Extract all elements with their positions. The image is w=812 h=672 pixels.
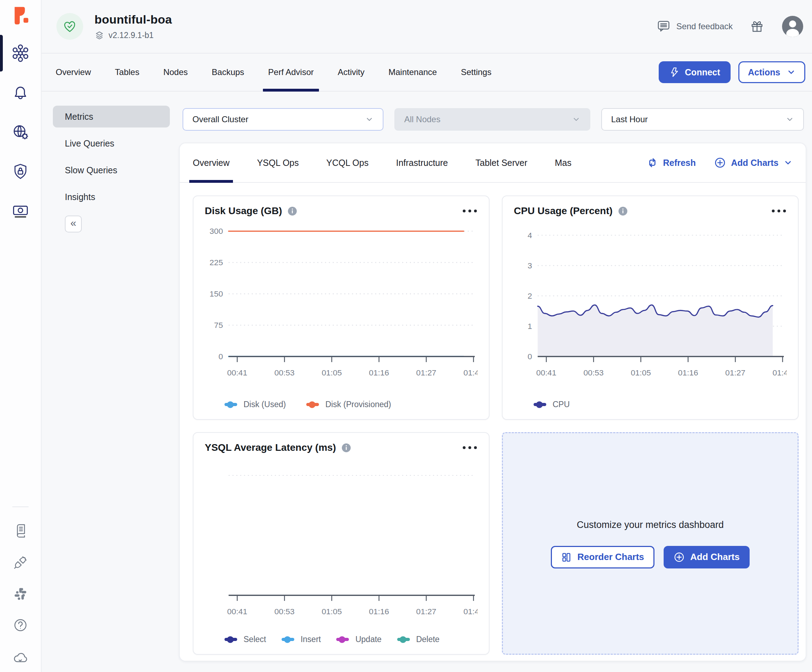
connect-button[interactable]: Connect [659, 61, 730, 83]
subnav-item-metrics[interactable]: Metrics [53, 105, 170, 128]
actions-button[interactable]: Actions [739, 61, 805, 83]
svg-text:01:27: 01:27 [416, 368, 436, 377]
add-charts-button[interactable]: Add Charts [664, 546, 750, 568]
cpu-usage-chart: 0123400:4100:5301:0501:1601:2701:41 [514, 219, 786, 381]
slack-icon[interactable] [13, 586, 28, 602]
chevron-down-icon [572, 115, 580, 124]
tab-overview[interactable]: Overview [55, 54, 92, 91]
metrics-tab-ycql-ops[interactable]: YCQL Ops [326, 143, 368, 182]
legend-item: CPU [534, 400, 570, 409]
actions-label: Actions [748, 67, 780, 78]
user-avatar[interactable] [781, 15, 804, 38]
shield-lock-icon [11, 162, 30, 181]
chart-title: Disk Usage (GB) [205, 205, 282, 217]
tab-backups[interactable]: Backups [211, 54, 245, 91]
chart-card-ysql-latency: YSQL Average Latency (ms) 00:4100:5301:0… [193, 432, 490, 655]
ysql-latency-chart: 00:4100:5301:0501:1601:2701:41 [205, 455, 478, 619]
bell-icon [11, 83, 30, 102]
clusters-icon [11, 44, 30, 63]
reorder-grid-icon [561, 552, 571, 563]
cluster-scope-value: Overall Cluster [193, 114, 249, 124]
rail-item-alerts[interactable] [0, 83, 41, 102]
legend-item: Select [225, 635, 266, 644]
svg-text:01:16: 01:16 [369, 607, 389, 616]
chart-menu-button[interactable] [771, 208, 786, 214]
collapse-sidebar-button[interactable]: « [65, 216, 82, 233]
metrics-tab-ysql-ops[interactable]: YSQL Ops [257, 143, 299, 182]
cluster-nav: Overview Tables Nodes Backups Perf Advis… [42, 54, 812, 92]
subnav-item-insights[interactable]: Insights [53, 186, 170, 208]
tab-maintenance[interactable]: Maintenance [387, 54, 438, 91]
add-charts-dropdown-button[interactable]: Add Charts [714, 157, 793, 169]
rail-item-billing[interactable] [0, 201, 41, 221]
svg-text:00:41: 00:41 [227, 368, 247, 377]
metrics-panel: Overview YSQL Ops YCQL Ops Infrastructur… [179, 143, 806, 662]
metrics-tab-master[interactable]: Mas [555, 143, 571, 182]
gift-icon[interactable] [750, 19, 764, 34]
reorder-charts-button[interactable]: Reorder Charts [551, 546, 654, 568]
svg-text:150: 150 [210, 289, 223, 298]
svg-text:00:53: 00:53 [583, 368, 604, 377]
chart-card-disk-usage: Disk Usage (GB) 07515022530000:4100:5301… [193, 196, 490, 420]
tab-tables[interactable]: Tables [114, 54, 140, 91]
svg-text:75: 75 [214, 320, 223, 330]
integrations-plug-icon[interactable] [12, 555, 29, 571]
chart-menu-button[interactable] [462, 208, 478, 214]
help-icon[interactable] [12, 617, 29, 633]
yugabytedb-logo-icon[interactable] [10, 5, 31, 27]
cloud-status-icon[interactable] [12, 649, 29, 666]
svg-text:2: 2 [527, 291, 532, 300]
docs-icon[interactable] [12, 523, 29, 539]
time-range-select[interactable]: Last Hour [601, 108, 804, 131]
info-icon[interactable] [618, 206, 628, 216]
legend-item: Disk (Provisioned) [306, 400, 391, 409]
lightning-icon [669, 67, 680, 78]
refresh-icon [647, 157, 658, 168]
perf-advisor-subnav: Metrics Live Queries Slow Queries Insigh… [53, 105, 170, 233]
metrics-tab-tablet-server[interactable]: Tablet Server [476, 143, 527, 182]
refresh-label: Refresh [663, 158, 696, 168]
add-charts-label: Add Charts [731, 158, 778, 168]
tab-perf-advisor[interactable]: Perf Advisor [267, 54, 315, 91]
tab-nodes[interactable]: Nodes [162, 54, 189, 91]
svg-text:00:53: 00:53 [275, 368, 295, 377]
rail-item-clusters[interactable] [0, 44, 41, 63]
svg-text:00:41: 00:41 [227, 607, 247, 616]
svg-text:3: 3 [527, 261, 532, 270]
cluster-health-badge [56, 13, 83, 40]
node-scope-select: All Nodes [394, 108, 590, 131]
page-header: bountiful-boa v2.12.9.1-b1 [42, 0, 812, 54]
subnav-item-live-queries[interactable]: Live Queries [53, 133, 170, 154]
svg-text:1: 1 [527, 322, 532, 331]
svg-text:01:05: 01:05 [322, 607, 342, 616]
rail-item-security[interactable] [0, 162, 41, 181]
metrics-tab-infrastructure[interactable]: Infrastructure [396, 143, 448, 182]
send-feedback-label: Send feedback [676, 22, 733, 31]
disk-usage-chart: 07515022530000:4100:5301:0501:1601:2701:… [205, 219, 478, 381]
send-feedback-button[interactable]: Send feedback [657, 19, 733, 34]
info-icon[interactable] [288, 206, 297, 216]
svg-text:01:41: 01:41 [464, 368, 478, 377]
tab-settings[interactable]: Settings [460, 54, 493, 91]
svg-text:01:41: 01:41 [464, 607, 478, 616]
cluster-scope-select[interactable]: Overall Cluster [183, 108, 384, 131]
svg-text:01:05: 01:05 [322, 368, 342, 377]
metrics-tab-overview[interactable]: Overview [193, 143, 229, 182]
tab-activity[interactable]: Activity [336, 54, 365, 91]
svg-text:01:41: 01:41 [773, 368, 786, 377]
plus-circle-icon [714, 157, 726, 169]
refresh-button[interactable]: Refresh [647, 157, 696, 168]
svg-text:300: 300 [210, 226, 223, 236]
chart-menu-button[interactable] [462, 444, 478, 451]
svg-text:01:16: 01:16 [369, 368, 389, 377]
cluster-version: v2.12.9.1-b1 [109, 31, 154, 40]
add-charts-label: Add Charts [691, 551, 740, 563]
subnav-item-slow-queries[interactable]: Slow Queries [53, 159, 170, 181]
svg-text:01:27: 01:27 [725, 368, 745, 377]
rail-item-network[interactable] [0, 122, 41, 141]
globe-gear-icon [11, 122, 30, 141]
svg-text:00:41: 00:41 [536, 368, 556, 377]
chart-title: YSQL Average Latency (ms) [205, 442, 336, 453]
info-icon[interactable] [341, 443, 351, 453]
chart-title: CPU Usage (Percent) [514, 205, 612, 217]
